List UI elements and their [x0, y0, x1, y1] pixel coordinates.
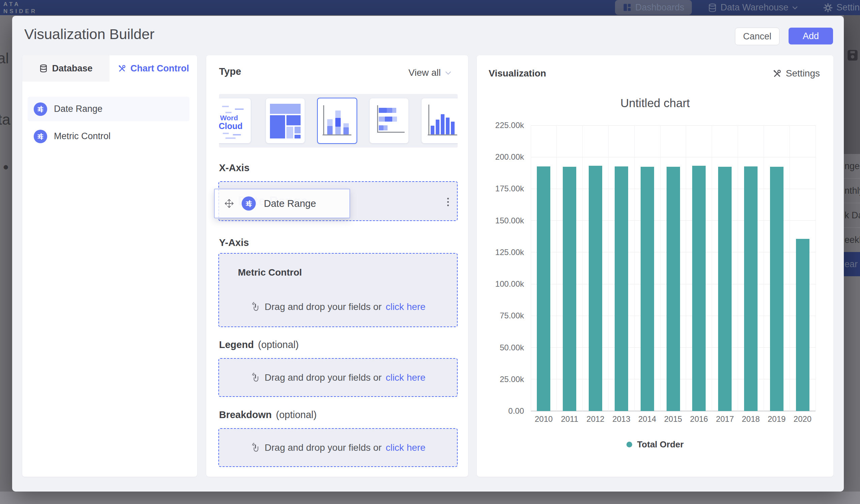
y-tick-label: 150.00k	[477, 216, 524, 226]
tune-icon	[34, 102, 47, 116]
tab-chart-control[interactable]: Chart Control	[110, 55, 197, 82]
menu-item[interactable]: nthly	[844, 178, 860, 203]
optional-suffix: (optional)	[258, 339, 299, 350]
bar-2015	[666, 167, 680, 411]
tools-icon	[118, 64, 126, 73]
x-tick-label: 2019	[764, 414, 790, 424]
view-all-label: View all	[408, 67, 441, 78]
gridline-h	[531, 157, 816, 157]
drop-hint-text: Drag and drop your fields or	[264, 302, 382, 312]
x-tick-label: 2015	[660, 414, 686, 424]
add-button[interactable]: Add	[789, 28, 833, 44]
visualization-builder-modal: Visualization Builder Cancel Add Databas…	[12, 16, 844, 491]
background-right-panel	[844, 15, 860, 154]
click-here-link[interactable]: click here	[386, 442, 425, 453]
settings-label: Settings	[786, 68, 820, 79]
tune-icon	[242, 197, 256, 211]
field-item-metric-control[interactable]: Metric Control	[28, 124, 189, 148]
save-icon[interactable]	[847, 49, 858, 61]
chart-type-word-cloud[interactable]: Word Cloud	[219, 98, 251, 143]
chart-legend[interactable]: Total Order	[477, 439, 833, 450]
word-cloud-word: Cloud	[219, 121, 243, 131]
chevron-down-icon	[445, 71, 452, 75]
chart-type-column[interactable]	[421, 98, 458, 143]
legend-heading: Legend (optional)	[219, 339, 299, 350]
y-tick-label: 100.00k	[477, 279, 524, 289]
dashboard-grid-icon	[622, 3, 632, 12]
field-item-date-range[interactable]: Date Range	[28, 97, 189, 121]
bar-2018	[744, 167, 758, 411]
nav-data-warehouse-label: Data Warehouse	[720, 2, 789, 13]
background-bottom	[0, 491, 860, 504]
bar-2011	[563, 167, 576, 411]
nav-dashboards[interactable]: Dashboards	[615, 0, 692, 15]
menu-item[interactable]: nge	[844, 154, 860, 178]
gridline-v	[634, 125, 634, 411]
app-logo: ATA NSIDER	[3, 1, 37, 15]
legend-dropzone[interactable]: Drag and drop your fields or click here	[218, 358, 458, 397]
y-tick-label: 225.00k	[477, 120, 524, 130]
nav-data-warehouse[interactable]: Data Warehouse	[708, 0, 798, 15]
click-here-link[interactable]: click here	[386, 372, 425, 383]
tools-icon	[772, 69, 782, 78]
logo-line-1: ATA	[3, 1, 37, 8]
y-axis-heading: Y-Axis	[219, 237, 249, 248]
x-axis-field-chip[interactable]: Date Range	[214, 189, 350, 218]
visualization-panel: Visualization Settings Untitled chart 0.…	[477, 55, 833, 477]
x-tick-label: 2017	[712, 414, 738, 424]
tab-database[interactable]: Database	[22, 55, 110, 82]
database-icon	[39, 64, 48, 73]
y-tick-label: 0.00	[477, 406, 524, 416]
gridline-v	[790, 125, 790, 411]
drop-hint-text: Drag and drop your fields or	[264, 442, 382, 453]
breakdown-dropzone[interactable]: Drag and drop your fields or click here	[218, 428, 458, 467]
gear-icon	[823, 3, 833, 13]
x-tick-label: 2011	[557, 414, 583, 424]
legend-label: Total Order	[637, 439, 684, 450]
chart-type-treemap[interactable]	[266, 98, 305, 143]
menu-item[interactable]: k Date	[844, 203, 860, 227]
gridline-v	[712, 125, 712, 411]
view-all-dropdown[interactable]: View all	[408, 67, 452, 78]
x-tick-label: 2020	[790, 414, 816, 424]
chip-label: Date Range	[264, 198, 316, 209]
click-here-link[interactable]: click here	[386, 302, 425, 312]
database-icon	[708, 3, 717, 13]
modal-title: Visualization Builder	[24, 26, 154, 42]
bar-2013	[615, 167, 628, 411]
type-heading: Type	[219, 66, 241, 77]
nav-settings-label: Settin	[836, 2, 860, 13]
drop-hint-text: Drag and drop your fields or	[264, 372, 382, 383]
tab-chart-control-label: Chart Control	[130, 63, 189, 74]
fields-panel: Database Chart Control Date Range	[22, 55, 197, 477]
gridline-v	[764, 125, 764, 411]
optional-suffix: (optional)	[276, 409, 317, 420]
x-tick-label: 2012	[583, 414, 608, 424]
x-axis-dropzone[interactable]: Date Range Date Range	[218, 181, 458, 221]
bar-2014	[641, 167, 654, 411]
gridline-h	[531, 125, 816, 126]
chart-type-stacked-bar[interactable]	[370, 98, 408, 143]
settings-button[interactable]: Settings	[772, 68, 820, 79]
drop-hint: Drag and drop your fields or click here	[219, 302, 457, 312]
visualization-heading: Visualization	[489, 68, 546, 79]
y-tick-label: 50.00k	[477, 343, 524, 353]
tap-hand-icon	[250, 442, 260, 453]
gridline-v	[816, 125, 816, 411]
word-cloud-word: Word	[220, 114, 238, 122]
x-tick-label: 2010	[531, 414, 557, 424]
kebab-menu-icon[interactable]	[447, 198, 449, 206]
x-tick-label: 2016	[686, 414, 712, 424]
chevron-down-icon	[792, 6, 798, 10]
gridline-v	[608, 125, 608, 411]
menu-item-selected[interactable]: ear	[844, 252, 860, 276]
nav-settings[interactable]: Settin	[823, 0, 860, 15]
move-icon	[223, 197, 235, 210]
x-tick-label: 2014	[634, 414, 660, 424]
y-axis-dropzone[interactable]: Metric Control Drag and drop your fields…	[218, 253, 458, 327]
tap-hand-icon	[250, 372, 260, 383]
menu-item[interactable]: eekly	[844, 227, 860, 252]
cancel-button[interactable]: Cancel	[735, 28, 779, 45]
plot-area	[531, 125, 816, 411]
chart-type-stacked-column-selected[interactable]	[317, 98, 357, 144]
